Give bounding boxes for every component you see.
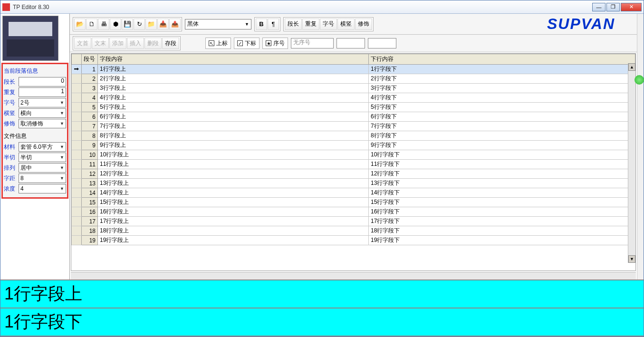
table-row[interactable]: 66行字段上6行字段下 [72,112,635,122]
cell-ziduan[interactable]: 13行字段上 [98,179,369,188]
num-input-1[interactable] [336,38,365,48]
cell-ziduan[interactable]: 8行字段上 [98,131,369,141]
sequence-input[interactable]: 无序号 [291,38,334,48]
num-input-2[interactable] [368,38,396,48]
bold-button[interactable]: B [256,19,267,30]
table-row[interactable]: 22行字段上2行字段下 [72,74,635,84]
new-icon[interactable]: 🗋 [86,19,97,30]
scroll-down-icon[interactable]: ▼ [628,255,635,263]
cell-xiahang[interactable]: 3行字段下 [369,84,635,93]
table-row[interactable]: 44行字段上4行字段下 [72,93,635,103]
table-row[interactable]: 1212行字段上12行字段下 [72,169,635,179]
scroll-up-icon[interactable]: ▲ [628,63,635,71]
cell-xiahang[interactable]: 8行字段下 [369,131,635,141]
horizontal-scrollbar[interactable] [71,272,636,279]
charu-button[interactable]: 插入 [127,38,144,49]
cell-ziduan[interactable]: 12行字段上 [98,169,369,179]
data-table[interactable]: 段号 字段内容 下行内容 ⮕11行字段上1行字段下22行字段上2行字段下33行字… [71,53,636,271]
font-select[interactable]: 黑体 [185,19,251,29]
cell-xiahang[interactable]: 2行字段下 [369,74,635,84]
wenshou-button[interactable]: 文首 [74,38,91,49]
xiabiao-button[interactable]: ✓下标 [234,38,260,49]
cell-xiahang[interactable]: 10行字段下 [369,150,635,160]
refresh-icon[interactable]: ↻ [134,19,145,30]
maximize-button[interactable]: ❐ [606,3,620,11]
table-row[interactable]: 1111行字段上11行字段下 [72,160,635,169]
xiushi-button[interactable]: 修饰 [355,19,372,30]
table-row[interactable]: 1414行字段上14行字段下 [72,188,635,198]
cell-xiahang[interactable]: 12行字段下 [369,169,635,179]
table-row[interactable]: 77行字段上7行字段下 [72,122,635,131]
shangbiao-button[interactable]: ↖上标 [205,38,231,49]
table-row[interactable]: 1919行字段上19行字段下 [72,236,635,245]
cell-xiahang[interactable]: 6行字段下 [369,112,635,122]
cell-xiahang[interactable]: 13行字段下 [369,179,635,188]
banqie-select[interactable]: 半切 [19,153,66,162]
save-icon[interactable]: 💾 [122,19,133,30]
cell-xiahang[interactable]: 1行字段下 [369,65,635,74]
export-icon[interactable]: 📤 [169,19,181,30]
table-row[interactable]: 1515行字段上15行字段下 [72,198,635,207]
pailie-select[interactable]: 居中 [19,163,66,173]
cailiao-select[interactable]: 套管 6.0平方 [19,142,66,152]
cell-xiahang[interactable]: 19行字段下 [369,236,635,245]
import-icon[interactable]: 📥 [157,19,169,30]
minimize-button[interactable]: — [592,3,606,11]
cell-xiahang[interactable]: 15行字段下 [369,198,635,207]
cell-xiahang[interactable]: 14行字段下 [369,188,635,198]
hengshu-button[interactable]: 横竖 [337,19,355,30]
tianjia-button[interactable]: 添加 [109,38,126,49]
col-ziduan[interactable]: 字段内容 [98,54,369,65]
chongfu-button[interactable]: 重复 [302,19,319,30]
cell-ziduan[interactable]: 1行字段上 [98,65,369,74]
pilcrow-button[interactable]: ¶ [268,19,279,30]
cell-ziduan[interactable]: 4行字段上 [98,93,369,103]
cell-xiahang[interactable]: 11行字段下 [369,160,635,169]
shanduan-button[interactable]: 删段 [144,38,162,49]
col-xiahang[interactable]: 下行内容 [369,54,635,65]
cell-ziduan[interactable]: 5行字段上 [98,103,369,112]
table-row[interactable]: 1010行字段上10行字段下 [72,150,635,160]
cell-ziduan[interactable]: 19行字段上 [98,236,369,245]
cell-xiahang[interactable]: 4行字段下 [369,93,635,103]
cell-xiahang[interactable]: 17行字段下 [369,217,635,226]
nongdu-select[interactable]: 4 [19,184,66,193]
ziju-select[interactable]: 8 [19,173,66,183]
cell-ziduan[interactable]: 7行字段上 [98,122,369,131]
cell-ziduan[interactable]: 10行字段上 [98,150,369,160]
table-row[interactable]: ⮕11行字段上1行字段下 [72,65,635,74]
cell-ziduan[interactable]: 11行字段上 [98,160,369,169]
stop-icon[interactable]: ⬢ [110,19,121,30]
cell-ziduan[interactable]: 16行字段上 [98,207,369,217]
zihao-select[interactable]: 2号 [19,98,66,107]
col-duanhao[interactable]: 段号 [82,54,98,65]
cell-ziduan[interactable]: 15行字段上 [98,198,369,207]
table-row[interactable]: 99行字段上9行字段下 [72,141,635,150]
cell-xiahang[interactable]: 7行字段下 [369,122,635,131]
table-row[interactable]: 88行字段上8行字段下 [72,131,635,141]
print-icon[interactable]: 🖶 [98,19,109,30]
cell-ziduan[interactable]: 18行字段上 [98,226,369,236]
hengshu-select[interactable]: 横向 [19,108,66,118]
vertical-scrollbar[interactable]: ▲ ▼ [628,63,635,263]
cell-ziduan[interactable]: 9行字段上 [98,141,369,150]
cell-ziduan[interactable]: 6行字段上 [98,112,369,122]
table-row[interactable]: 1717行字段上17行字段下 [72,217,635,226]
chongfu-input[interactable]: 1 [19,87,66,97]
cell-ziduan[interactable]: 3行字段上 [98,84,369,93]
duanzhang-input[interactable]: 0 [19,77,66,87]
xuhao-button[interactable]: ★序号 [262,38,288,49]
duanzhang-button[interactable]: 段长 [285,19,302,30]
open-icon[interactable]: 📂 [74,19,86,30]
wenmo-button[interactable]: 文末 [92,38,109,49]
table-row[interactable]: 33行字段上3行字段下 [72,84,635,93]
cell-xiahang[interactable]: 9行字段下 [369,141,635,150]
cell-xiahang[interactable]: 18行字段下 [369,226,635,236]
table-row[interactable]: 55行字段上5行字段下 [72,103,635,112]
xiushi-select[interactable]: 取消修饰 [19,119,66,128]
cell-xiahang[interactable]: 16行字段下 [369,207,635,217]
cell-ziduan[interactable]: 17行字段上 [98,217,369,226]
close-button[interactable]: ✕ [621,3,642,11]
cell-ziduan[interactable]: 2行字段上 [98,74,369,84]
cell-ziduan[interactable]: 14行字段上 [98,188,369,198]
